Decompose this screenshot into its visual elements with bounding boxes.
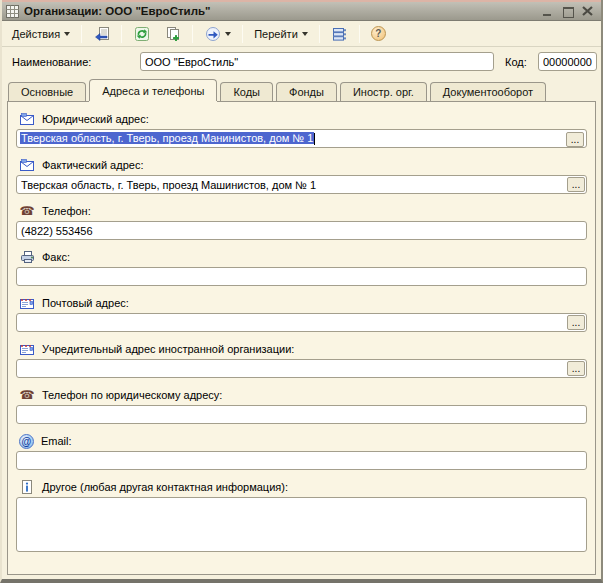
field-row: @ Email: bbox=[16, 433, 587, 470]
field-row: Почтовый адрес: ... bbox=[16, 295, 587, 332]
email-input[interactable] bbox=[16, 451, 587, 470]
code-label: Код: bbox=[505, 56, 527, 68]
tab-strip: Основные Адреса и телефоны Коды Фонды Ин… bbox=[2, 79, 601, 101]
postal-envelope-icon bbox=[19, 296, 35, 310]
postal-envelope-icon bbox=[19, 342, 35, 356]
phone-label: Телефон: bbox=[42, 205, 91, 217]
dropdown-arrow-icon bbox=[225, 32, 231, 36]
dropdown-arrow-icon bbox=[64, 32, 70, 36]
goto-menu-button[interactable]: Перейти bbox=[248, 25, 314, 43]
fax-input[interactable] bbox=[16, 267, 587, 286]
copy-icon bbox=[164, 26, 181, 42]
field-row: ☎ Телефон: bbox=[16, 203, 587, 240]
tab-kody[interactable]: Коды bbox=[220, 82, 273, 101]
other-info-textarea[interactable] bbox=[16, 497, 587, 552]
legal-address-label: Юридический адрес: bbox=[42, 113, 149, 125]
field-row: Факс: bbox=[16, 249, 587, 286]
email-label: Email: bbox=[41, 435, 72, 447]
addresses-tab-panel: Юридический адрес: Тверская область, г. … bbox=[7, 101, 596, 575]
postal-address-input[interactable] bbox=[16, 313, 587, 332]
actions-menu-button[interactable]: Действия bbox=[6, 25, 76, 43]
actual-address-ellipsis-button[interactable]: ... bbox=[567, 177, 585, 192]
postal-address-label: Почтовый адрес: bbox=[42, 297, 129, 309]
toolbar-separator bbox=[319, 25, 320, 43]
table-grid-icon bbox=[6, 5, 19, 18]
export-arrow-icon bbox=[204, 26, 221, 42]
actual-address-label: Фактический адрес: bbox=[42, 159, 143, 171]
copy-button[interactable] bbox=[158, 23, 187, 45]
founding-address-label: Учредительный адрес иностранной организа… bbox=[42, 343, 294, 355]
save-record-button[interactable] bbox=[87, 23, 116, 45]
tab-adresa-i-telefony[interactable]: Адреса и телефоны bbox=[89, 79, 217, 101]
reread-button[interactable] bbox=[127, 23, 156, 45]
phone-icon: ☎ bbox=[19, 388, 35, 402]
window-title: Организации: ООО "ЕвроСтиль" bbox=[24, 5, 537, 17]
text-caret bbox=[314, 133, 315, 145]
founding-address-ellipsis-button[interactable]: ... bbox=[567, 361, 585, 376]
actions-menu-label: Действия bbox=[12, 28, 60, 40]
founding-address-input[interactable] bbox=[16, 359, 587, 378]
name-label: Наименование: bbox=[12, 56, 91, 68]
actual-address-input[interactable] bbox=[16, 175, 587, 194]
help-icon bbox=[371, 26, 386, 41]
field-row: Фактический адрес: ... bbox=[16, 157, 587, 194]
legal-address-ellipsis-button[interactable]: ... bbox=[566, 132, 584, 147]
tab-osnovnye[interactable]: Основные bbox=[8, 82, 86, 101]
structure-list-icon bbox=[331, 26, 348, 42]
letter-envelope-icon bbox=[19, 112, 35, 126]
export-menu-button[interactable] bbox=[198, 23, 237, 45]
title-bar: Организации: ООО "ЕвроСтиль" bbox=[2, 2, 601, 21]
legal-phone-input[interactable] bbox=[16, 405, 587, 424]
name-input[interactable] bbox=[140, 52, 494, 71]
code-input[interactable] bbox=[538, 52, 597, 71]
structure-button[interactable] bbox=[325, 23, 354, 45]
postal-address-ellipsis-button[interactable]: ... bbox=[567, 315, 585, 330]
field-row: Другое (любая другая контактная информац… bbox=[16, 479, 587, 552]
close-icon[interactable] bbox=[582, 6, 594, 17]
toolbar-separator bbox=[81, 25, 82, 43]
phone-icon: ☎ bbox=[19, 204, 35, 218]
tab-dokumentooborot[interactable]: Документооборот bbox=[430, 82, 546, 101]
name-code-row: Наименование: Код: bbox=[2, 47, 601, 79]
help-button[interactable] bbox=[365, 23, 392, 44]
info-document-icon bbox=[19, 480, 35, 494]
refresh-icon bbox=[133, 26, 150, 42]
minimize-icon[interactable] bbox=[542, 6, 554, 17]
toolbar-separator bbox=[121, 25, 122, 43]
tab-inostr-org[interactable]: Иностр. орг. bbox=[340, 82, 427, 101]
organization-window: Организации: ООО "ЕвроСтиль" Действия bbox=[0, 0, 603, 583]
field-row: Учредительный адрес иностранной организа… bbox=[16, 341, 587, 378]
toolbar-separator bbox=[192, 25, 193, 43]
email-at-icon: @ bbox=[19, 434, 34, 449]
tab-fondy[interactable]: Фонды bbox=[276, 82, 337, 101]
letter-envelope-icon bbox=[19, 158, 35, 172]
fax-label: Факс: bbox=[42, 251, 70, 263]
phone-input[interactable] bbox=[16, 221, 587, 240]
goto-menu-label: Перейти bbox=[254, 28, 298, 40]
dropdown-arrow-icon bbox=[302, 32, 308, 36]
legal-address-input[interactable]: Тверская область, г. Тверь, проезд Манин… bbox=[16, 129, 587, 148]
legal-phone-label: Телефон по юридическому адресу: bbox=[42, 389, 222, 401]
toolbar-separator bbox=[242, 25, 243, 43]
selected-text: Тверская область, г. Тверь, проезд Манин… bbox=[20, 132, 314, 144]
fax-icon bbox=[19, 250, 35, 264]
toolbar-separator bbox=[359, 25, 360, 43]
write-record-icon bbox=[93, 26, 110, 42]
form-toolbar: Действия Перейти bbox=[2, 21, 601, 47]
field-row: ☎ Телефон по юридическому адресу: bbox=[16, 387, 587, 424]
other-info-label: Другое (любая другая контактная информац… bbox=[42, 481, 288, 493]
maximize-icon[interactable] bbox=[562, 6, 574, 17]
field-row: Юридический адрес: Тверская область, г. … bbox=[16, 111, 587, 148]
